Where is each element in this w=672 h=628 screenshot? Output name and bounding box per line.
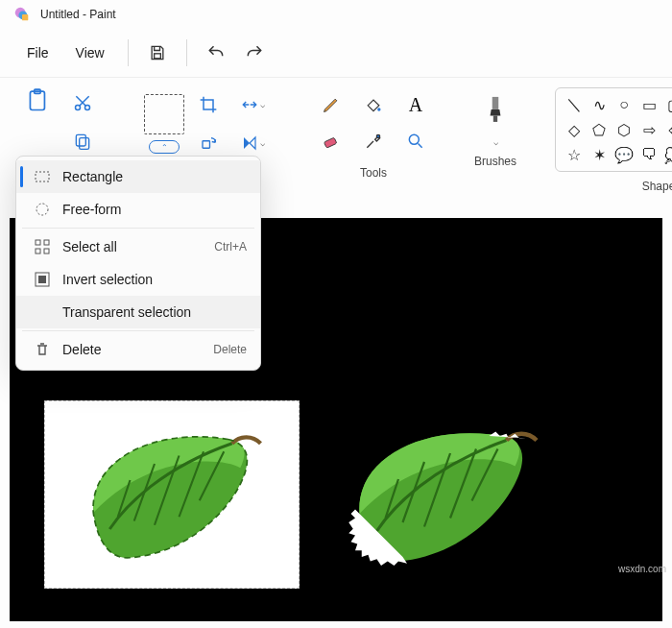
5star-icon[interactable]: ☆: [567, 146, 581, 164]
copy-button[interactable]: [65, 126, 100, 157]
menu-divider: [186, 39, 187, 66]
option-label: Select all: [62, 239, 117, 254]
brushes-group: ⌵ Brushes: [465, 84, 526, 199]
svg-rect-9: [80, 138, 89, 150]
svg-rect-10: [203, 141, 210, 149]
svg-rect-2: [22, 14, 28, 20]
trash-icon: [34, 342, 51, 357]
flip-button[interactable]: ⌵: [235, 128, 270, 158]
selected-indicator: [20, 166, 23, 187]
undo-button[interactable]: [197, 36, 235, 70]
svg-rect-3: [154, 54, 160, 59]
crop-button[interactable]: [191, 89, 226, 120]
svg-rect-21: [36, 249, 40, 254]
diamond-icon[interactable]: ◇: [568, 121, 580, 139]
brushes-label: Brushes: [474, 155, 516, 168]
shapes-gallery[interactable]: ＼ ∿ ○ ▭ ▢ ⬠ △ ◺ ◇ ⬠ ⬡ ⇨ ⇦ ⇧ ⇩ ✧ ☆ ✶ 💬 🗨 …: [555, 87, 672, 172]
invert-icon: [34, 272, 51, 287]
leftarrow-icon[interactable]: ⇦: [668, 121, 672, 139]
menu-bar: File View: [0, 29, 672, 77]
redo-button[interactable]: [235, 36, 274, 70]
window-title: Untitled - Paint: [40, 8, 116, 21]
leaf-image-1: [60, 415, 281, 578]
dropdown-separator: [22, 330, 254, 331]
6star-icon[interactable]: ✶: [593, 146, 606, 164]
rightarrow-icon[interactable]: ⇨: [643, 121, 656, 139]
svg-point-14: [409, 134, 419, 144]
roundrect-icon[interactable]: ▢: [667, 96, 672, 114]
rotate-button[interactable]: [191, 128, 226, 158]
selection-marquee[interactable]: [44, 400, 300, 589]
shapes-group: ＼ ∿ ○ ▭ ▢ ⬠ △ ◺ ◇ ⬠ ⬡ ⇨ ⇦ ⇧ ⇩ ✧ ☆ ✶ 💬 🗨 …: [545, 84, 672, 199]
select-dropdown-toggle[interactable]: ⌃: [149, 140, 180, 154]
curve-icon[interactable]: ∿: [593, 96, 606, 114]
watermark: wsxdn.com: [618, 564, 666, 574]
select-all-icon: [34, 239, 51, 254]
svg-rect-8: [76, 134, 85, 146]
roundcallout-icon[interactable]: 💬: [614, 146, 634, 164]
option-label: Free-form: [62, 202, 121, 217]
save-button[interactable]: [138, 36, 177, 70]
dropdown-separator: [22, 228, 254, 229]
eraser-tool[interactable]: [314, 126, 348, 157]
option-label: Rectangle: [62, 169, 123, 184]
svg-point-18: [36, 204, 48, 215]
title-bar: Untitled - Paint: [0, 0, 672, 29]
freeform-select-option[interactable]: Free-form: [16, 193, 260, 226]
shortcut-label: Delete: [213, 343, 247, 356]
rect-icon[interactable]: ▭: [642, 96, 657, 114]
rectangle-select-option[interactable]: Rectangle: [16, 160, 260, 193]
freeform-icon: [34, 202, 51, 217]
option-label: Transparent selection: [62, 304, 191, 320]
select-tool[interactable]: ⌃: [144, 94, 184, 154]
svg-rect-16: [493, 115, 497, 122]
brush-dropdown[interactable]: ⌵: [493, 137, 498, 147]
line-icon[interactable]: ＼: [566, 95, 582, 115]
svg-rect-12: [324, 137, 336, 148]
select-all-option[interactable]: Select all Ctrl+A: [16, 230, 260, 263]
svg-rect-19: [36, 240, 40, 245]
menu-divider: [128, 39, 129, 66]
pencil-tool[interactable]: [314, 89, 348, 120]
pentagon-icon[interactable]: ⬠: [592, 121, 606, 139]
leaf-image-2: [326, 410, 557, 583]
view-menu[interactable]: View: [62, 36, 118, 70]
magnifier-tool[interactable]: [398, 126, 433, 157]
transparent-selection-option[interactable]: Transparent selection: [16, 296, 260, 328]
fill-tool[interactable]: [356, 89, 391, 120]
svg-rect-24: [38, 276, 46, 283]
svg-point-11: [377, 108, 380, 110]
brush-tool[interactable]: [478, 87, 513, 133]
svg-rect-17: [36, 172, 49, 181]
svg-rect-20: [44, 240, 49, 245]
hexagon-icon[interactable]: ⬡: [617, 121, 631, 139]
ovalcallout-icon[interactable]: 🗨: [641, 146, 657, 163]
text-tool[interactable]: A: [398, 89, 433, 120]
svg-rect-15: [492, 97, 499, 109]
paste-button[interactable]: [21, 87, 56, 118]
shortcut-label: Ctrl+A: [214, 240, 247, 254]
paint-app-icon: [13, 6, 31, 23]
tools-group: A Tools: [301, 84, 445, 199]
svg-point-13: [376, 134, 379, 137]
resize-button[interactable]: ⌵: [235, 89, 270, 120]
cloudcallout-icon[interactable]: 💭: [664, 146, 672, 164]
oval-icon[interactable]: ○: [619, 96, 629, 113]
file-menu[interactable]: File: [13, 36, 62, 70]
shapes-label: Shapes: [642, 180, 672, 193]
option-label: Delete: [62, 342, 101, 357]
delete-option[interactable]: Delete Delete: [16, 333, 260, 366]
svg-rect-22: [44, 249, 49, 254]
cut-button[interactable]: [65, 87, 100, 118]
option-label: Invert selection: [62, 272, 153, 287]
selection-dropdown: Rectangle Free-form Select all Ctrl+A In…: [15, 156, 261, 371]
tools-label: Tools: [360, 166, 387, 180]
invert-selection-option[interactable]: Invert selection: [16, 263, 260, 296]
color-picker-tool[interactable]: [356, 126, 391, 157]
rectangle-icon: [34, 169, 51, 184]
